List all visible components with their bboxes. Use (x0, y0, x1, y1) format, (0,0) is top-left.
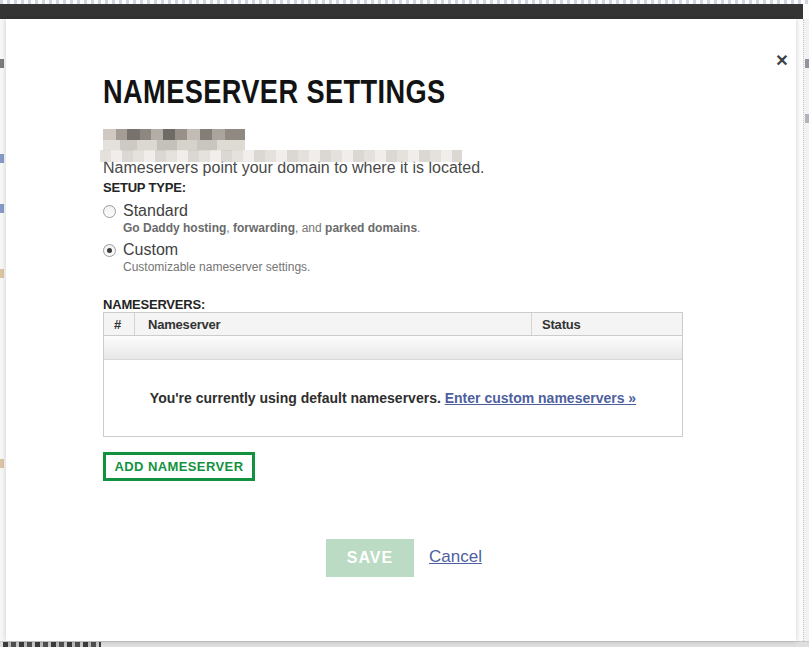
enter-custom-nameservers-link[interactable]: Enter custom nameservers » (445, 390, 636, 406)
column-header-status: Status (532, 313, 682, 335)
column-header-number: # (104, 313, 135, 335)
table-empty-state: You're currently using default nameserve… (104, 360, 682, 436)
background-header-bar (0, 4, 803, 19)
redacted-domain-name (103, 129, 245, 151)
nameservers-label: NAMESERVERS: (103, 297, 205, 312)
radio-custom-circle[interactable] (103, 244, 116, 257)
table-empty-row (104, 336, 682, 360)
screen: ✕ NAMESERVER SETTINGS Nameservers point … (0, 0, 809, 647)
nameservers-table-header: # Nameserver Status (104, 313, 682, 336)
close-icon[interactable]: ✕ (769, 49, 795, 73)
radio-custom[interactable]: Custom (103, 241, 178, 259)
nameserver-settings-modal: ✕ NAMESERVER SETTINGS Nameservers point … (6, 19, 796, 641)
redacted-background-text (3, 642, 101, 647)
redaction-blur-strip (100, 150, 462, 162)
setup-type-label: SETUP TYPE: (103, 180, 186, 195)
radio-standard[interactable]: Standard (103, 202, 188, 220)
radio-standard-circle[interactable] (103, 205, 116, 218)
save-button[interactable]: SAVE (326, 539, 414, 577)
empty-state-message: You're currently using default nameserve… (150, 390, 445, 406)
background-page-fragment-right (803, 19, 809, 641)
nameservers-table: # Nameserver Status You're currently usi… (103, 312, 683, 437)
radio-standard-description: Go Daddy hosting, forwarding, and parked… (123, 221, 420, 235)
column-header-nameserver: Nameserver (135, 313, 532, 335)
add-nameserver-button[interactable]: ADD NAMESERVER (103, 452, 255, 481)
radio-custom-label: Custom (123, 241, 178, 259)
modal-title: NAMESERVER SETTINGS (103, 72, 446, 111)
cancel-link[interactable]: Cancel (429, 547, 482, 567)
radio-custom-description: Customizable nameserver settings. (123, 260, 310, 274)
background-page-fragment-bottom (0, 641, 809, 647)
radio-standard-label: Standard (123, 202, 188, 220)
